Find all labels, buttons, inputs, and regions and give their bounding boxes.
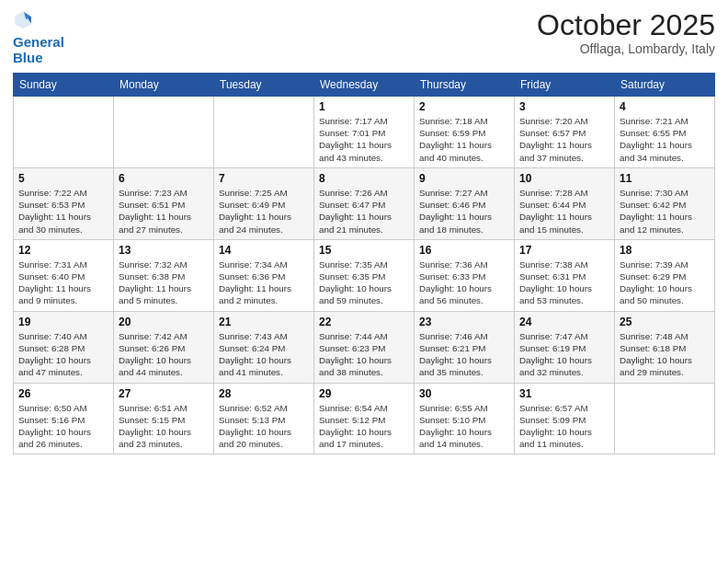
weekday-thursday: Thursday — [415, 74, 515, 97]
calendar-cell — [615, 383, 715, 454]
calendar-cell: 19Sunrise: 7:40 AM Sunset: 6:28 PM Dayli… — [14, 311, 114, 383]
day-info: Sunrise: 7:39 AM Sunset: 6:29 PM Dayligh… — [620, 259, 710, 307]
day-info: Sunrise: 7:28 AM Sunset: 6:44 PM Dayligh… — [519, 187, 609, 236]
day-info: Sunrise: 7:48 AM Sunset: 6:18 PM Dayligh… — [620, 330, 710, 379]
day-number: 18 — [620, 244, 710, 257]
day-number: 10 — [519, 172, 609, 185]
calendar-cell: 9Sunrise: 7:27 AM Sunset: 6:46 PM Daylig… — [415, 167, 515, 239]
day-info: Sunrise: 7:17 AM Sunset: 7:01 PM Dayligh… — [319, 115, 409, 164]
calendar-cell: 1Sunrise: 7:17 AM Sunset: 7:01 PM Daylig… — [314, 97, 415, 168]
calendar-cell — [14, 97, 114, 168]
day-number: 28 — [219, 387, 309, 400]
calendar-cell: 13Sunrise: 7:32 AM Sunset: 6:38 PM Dayli… — [114, 239, 214, 311]
day-info: Sunrise: 6:52 AM Sunset: 5:13 PM Dayligh… — [219, 402, 309, 451]
day-number: 31 — [519, 387, 609, 400]
day-number: 8 — [319, 172, 409, 185]
week-row-1: 1Sunrise: 7:17 AM Sunset: 7:01 PM Daylig… — [14, 97, 715, 168]
calendar-cell: 27Sunrise: 6:51 AM Sunset: 5:15 PM Dayli… — [114, 383, 214, 454]
day-info: Sunrise: 7:36 AM Sunset: 6:33 PM Dayligh… — [419, 259, 509, 307]
day-info: Sunrise: 6:55 AM Sunset: 5:10 PM Dayligh… — [419, 402, 509, 451]
weekday-wednesday: Wednesday — [314, 74, 415, 97]
day-number: 27 — [119, 387, 209, 400]
day-info: Sunrise: 7:23 AM Sunset: 6:51 PM Dayligh… — [119, 187, 209, 236]
calendar-cell: 23Sunrise: 7:46 AM Sunset: 6:21 PM Dayli… — [415, 311, 515, 383]
day-number: 13 — [119, 244, 209, 257]
calendar-cell: 17Sunrise: 7:38 AM Sunset: 6:31 PM Dayli… — [515, 239, 615, 311]
day-number: 12 — [18, 244, 108, 257]
calendar-cell: 16Sunrise: 7:36 AM Sunset: 6:33 PM Dayli… — [415, 239, 515, 311]
day-number: 22 — [319, 316, 409, 328]
day-number: 21 — [219, 316, 309, 328]
calendar-cell: 26Sunrise: 6:50 AM Sunset: 5:16 PM Dayli… — [14, 383, 114, 454]
calendar-cell: 7Sunrise: 7:25 AM Sunset: 6:49 PM Daylig… — [214, 167, 314, 239]
calendar-cell: 6Sunrise: 7:23 AM Sunset: 6:51 PM Daylig… — [114, 167, 214, 239]
day-info: Sunrise: 7:47 AM Sunset: 6:19 PM Dayligh… — [519, 330, 609, 379]
calendar-cell: 5Sunrise: 7:22 AM Sunset: 6:53 PM Daylig… — [14, 167, 114, 239]
week-row-3: 12Sunrise: 7:31 AM Sunset: 6:40 PM Dayli… — [14, 239, 715, 311]
day-number: 29 — [319, 387, 409, 400]
calendar-cell: 31Sunrise: 6:57 AM Sunset: 5:09 PM Dayli… — [515, 383, 615, 454]
calendar-cell: 4Sunrise: 7:21 AM Sunset: 6:55 PM Daylig… — [615, 97, 715, 168]
calendar-cell — [114, 97, 214, 168]
day-info: Sunrise: 6:54 AM Sunset: 5:12 PM Dayligh… — [319, 402, 409, 451]
day-number: 9 — [419, 172, 509, 185]
day-number: 20 — [119, 316, 209, 328]
title-block: October 2025 Offlaga, Lombardy, Italy — [537, 9, 715, 56]
day-info: Sunrise: 7:43 AM Sunset: 6:24 PM Dayligh… — [219, 330, 309, 379]
day-info: Sunrise: 7:26 AM Sunset: 6:47 PM Dayligh… — [319, 187, 409, 236]
day-info: Sunrise: 7:18 AM Sunset: 6:59 PM Dayligh… — [419, 115, 509, 164]
day-info: Sunrise: 7:46 AM Sunset: 6:21 PM Dayligh… — [419, 330, 509, 379]
calendar-cell: 29Sunrise: 6:54 AM Sunset: 5:12 PM Dayli… — [314, 383, 415, 454]
logo: General Blue — [13, 9, 64, 65]
day-number: 19 — [18, 316, 108, 328]
logo-line2: Blue — [13, 50, 43, 65]
day-info: Sunrise: 7:44 AM Sunset: 6:23 PM Dayligh… — [319, 330, 409, 379]
day-info: Sunrise: 7:25 AM Sunset: 6:49 PM Dayligh… — [219, 187, 309, 236]
weekday-sunday: Sunday — [14, 74, 114, 97]
week-row-4: 19Sunrise: 7:40 AM Sunset: 6:28 PM Dayli… — [14, 311, 715, 383]
day-number: 23 — [419, 316, 509, 328]
day-number: 1 — [319, 100, 409, 113]
logo-text: General Blue — [13, 35, 64, 65]
day-number: 30 — [419, 387, 509, 400]
logo-line1: General — [13, 34, 64, 50]
svg-marker-0 — [15, 11, 31, 29]
calendar-cell: 15Sunrise: 7:35 AM Sunset: 6:35 PM Dayli… — [314, 239, 415, 311]
page-header: General Blue October 2025 Offlaga, Lomba… — [13, 9, 715, 65]
day-info: Sunrise: 6:50 AM Sunset: 5:16 PM Dayligh… — [18, 402, 108, 451]
day-info: Sunrise: 6:57 AM Sunset: 5:09 PM Dayligh… — [519, 402, 609, 451]
day-info: Sunrise: 7:31 AM Sunset: 6:40 PM Dayligh… — [18, 259, 108, 307]
weekday-saturday: Saturday — [615, 74, 715, 97]
calendar-cell: 18Sunrise: 7:39 AM Sunset: 6:29 PM Dayli… — [615, 239, 715, 311]
calendar-cell — [214, 97, 314, 168]
calendar-cell: 14Sunrise: 7:34 AM Sunset: 6:36 PM Dayli… — [214, 239, 314, 311]
logo-icon — [13, 9, 33, 29]
day-info: Sunrise: 7:21 AM Sunset: 6:55 PM Dayligh… — [620, 115, 710, 164]
day-number: 7 — [219, 172, 309, 185]
calendar-cell: 25Sunrise: 7:48 AM Sunset: 6:18 PM Dayli… — [615, 311, 715, 383]
weekday-friday: Friday — [515, 74, 615, 97]
day-number: 6 — [119, 172, 209, 185]
day-number: 2 — [419, 100, 509, 113]
day-number: 5 — [18, 172, 108, 185]
day-info: Sunrise: 7:30 AM Sunset: 6:42 PM Dayligh… — [620, 187, 710, 236]
calendar-cell: 22Sunrise: 7:44 AM Sunset: 6:23 PM Dayli… — [314, 311, 415, 383]
calendar-cell: 2Sunrise: 7:18 AM Sunset: 6:59 PM Daylig… — [415, 97, 515, 168]
day-info: Sunrise: 7:32 AM Sunset: 6:38 PM Dayligh… — [119, 259, 209, 307]
calendar: SundayMondayTuesdayWednesdayThursdayFrid… — [13, 73, 715, 454]
weekday-tuesday: Tuesday — [214, 74, 314, 97]
calendar-cell: 21Sunrise: 7:43 AM Sunset: 6:24 PM Dayli… — [214, 311, 314, 383]
calendar-cell: 12Sunrise: 7:31 AM Sunset: 6:40 PM Dayli… — [14, 239, 114, 311]
day-info: Sunrise: 7:34 AM Sunset: 6:36 PM Dayligh… — [219, 259, 309, 307]
calendar-cell: 10Sunrise: 7:28 AM Sunset: 6:44 PM Dayli… — [515, 167, 615, 239]
calendar-cell: 30Sunrise: 6:55 AM Sunset: 5:10 PM Dayli… — [415, 383, 515, 454]
day-info: Sunrise: 6:51 AM Sunset: 5:15 PM Dayligh… — [119, 402, 209, 451]
day-info: Sunrise: 7:42 AM Sunset: 6:26 PM Dayligh… — [119, 330, 209, 379]
weekday-header-row: SundayMondayTuesdayWednesdayThursdayFrid… — [14, 74, 715, 97]
day-number: 14 — [219, 244, 309, 257]
day-number: 15 — [319, 244, 409, 257]
day-info: Sunrise: 7:20 AM Sunset: 6:57 PM Dayligh… — [519, 115, 609, 164]
day-number: 4 — [620, 100, 710, 113]
calendar-cell: 28Sunrise: 6:52 AM Sunset: 5:13 PM Dayli… — [214, 383, 314, 454]
day-number: 11 — [620, 172, 710, 185]
